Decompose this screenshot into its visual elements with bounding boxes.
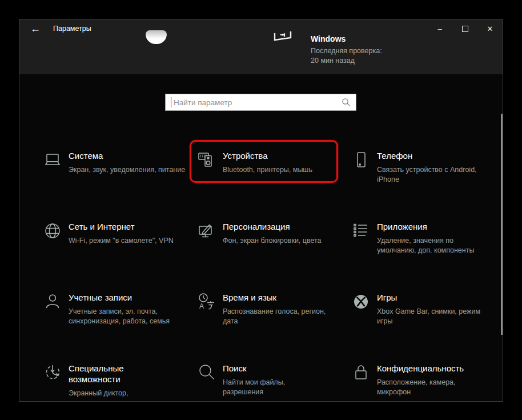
svg-text:A: A xyxy=(199,302,204,310)
desktop-background: { "window": { "title": "Параметры", "gly… xyxy=(0,0,522,420)
xbox-icon xyxy=(351,291,371,312)
maximize-button[interactable] xyxy=(452,19,477,38)
tile-title: Приложения xyxy=(377,221,494,232)
header-band: Windows Последняя проверка: 20 мин назад… xyxy=(19,19,503,74)
tile-subtitle: Wi-Fi, режим "в самолете", VPN xyxy=(69,236,186,246)
tile-subtitle: Удаление, значения по умолчанию, доп. ко… xyxy=(377,236,494,255)
tile-title: Поиск xyxy=(223,363,308,374)
search-icon xyxy=(342,98,351,107)
tile-title: Персонализация xyxy=(223,221,346,232)
tile-apps[interactable]: Приложения Удаление, значения по умолчан… xyxy=(351,220,503,291)
tile-title: Телефон xyxy=(377,150,500,161)
monitor-pen-icon xyxy=(196,221,217,241)
settings-window: Windows Последняя проверка: 20 мин назад… xyxy=(19,19,503,402)
tile-personalization[interactable]: Персонализация Фон, экран блокировки, цв… xyxy=(196,220,351,291)
close-icon: ✕ xyxy=(487,25,493,33)
laptop-icon xyxy=(42,150,63,170)
tile-title: Сеть и Интернет xyxy=(69,221,186,232)
ease-of-access-icon xyxy=(42,362,63,383)
tile-privacy[interactable]: Конфиденциальность Расположение, камера,… xyxy=(351,362,503,402)
tile-subtitle: Экран, звук, уведомления, питание xyxy=(69,165,186,175)
close-button[interactable]: ✕ xyxy=(477,19,503,38)
search-box[interactable] xyxy=(165,94,356,111)
tile-accounts[interactable]: Учетные записи Учетные записи, эл. почта… xyxy=(42,291,196,362)
tile-subtitle: Распознавание голоса, регион, дата xyxy=(223,307,340,326)
clock-translate-icon: A xyxy=(196,291,217,312)
tile-subtitle: Расположение, камера, микрофон xyxy=(377,378,468,397)
scrollbar[interactable] xyxy=(501,114,503,335)
tile-ease-of-access[interactable]: Специальные возможности Экранный диктор,… xyxy=(42,362,196,402)
globe-icon xyxy=(42,221,63,241)
tile-title: Устройства xyxy=(223,150,340,161)
tile-subtitle: Учетные записи, эл. почта, синхронизация… xyxy=(69,307,186,326)
tile-time-language[interactable]: A Время и язык Распознавание голоса, рег… xyxy=(196,291,351,362)
tile-subtitle: Фон, экран блокировки, цвета xyxy=(223,236,346,246)
keyboard-speaker-icon xyxy=(196,150,217,170)
tile-subtitle: Связать устройство с Android, iPhone xyxy=(377,165,500,185)
tile-title: Система xyxy=(69,150,186,161)
tile-gaming[interactable]: Игры Xbox Game Bar, снимки, режим игры xyxy=(351,291,503,362)
minimize-button[interactable]: – xyxy=(427,19,452,38)
windows-update-status-label: Последняя проверка: xyxy=(311,46,382,56)
settings-tile-grid: Система Экран, звук, уведомления, питани… xyxy=(42,149,503,402)
windows-update-status-value: 20 мин назад xyxy=(311,56,382,66)
tile-search[interactable]: Поиск Найти мои файлы, разрешения xyxy=(196,362,351,402)
tile-system[interactable]: Система Экран, звук, уведомления, питани… xyxy=(42,149,196,220)
search-input[interactable] xyxy=(172,98,342,107)
back-button[interactable]: ← xyxy=(27,21,43,36)
maximize-icon xyxy=(462,26,468,32)
lock-icon xyxy=(351,362,371,383)
list-icon xyxy=(351,221,371,241)
tile-subtitle: Экранный диктор, контрастность xyxy=(69,389,148,402)
tile-title: Время и язык xyxy=(223,292,340,303)
person-icon xyxy=(42,291,63,312)
tile-phone[interactable]: Телефон Связать устройство с Android, iP… xyxy=(351,149,503,220)
page-title: Параметры xyxy=(53,25,91,33)
magnifier-icon xyxy=(196,362,217,383)
tile-title: Конфиденциальность xyxy=(377,363,468,374)
caption-buttons: – ✕ xyxy=(427,19,503,38)
titlebar: ← Параметры – ✕ xyxy=(19,19,503,38)
text-caret xyxy=(171,97,171,107)
tile-subtitle: Bluetooth, принтеры, мышь xyxy=(223,165,340,175)
tile-network[interactable]: Сеть и Интернет Wi-Fi, режим "в самолете… xyxy=(42,220,196,291)
tile-title: Учетные записи xyxy=(69,292,186,303)
tile-title: Специальные возможности xyxy=(69,363,148,385)
smartphone-icon xyxy=(351,150,371,170)
tile-title: Игры xyxy=(377,292,494,303)
tile-subtitle: Найти мои файлы, разрешения xyxy=(223,378,308,397)
minimize-icon: – xyxy=(437,25,441,33)
windows-update-status: Windows Последняя проверка: 20 мин назад xyxy=(311,34,382,65)
tile-subtitle: Xbox Game Bar, снимки, режим игры xyxy=(377,307,494,326)
tile-devices[interactable]: Устройства Bluetooth, принтеры, мышь xyxy=(196,149,351,220)
